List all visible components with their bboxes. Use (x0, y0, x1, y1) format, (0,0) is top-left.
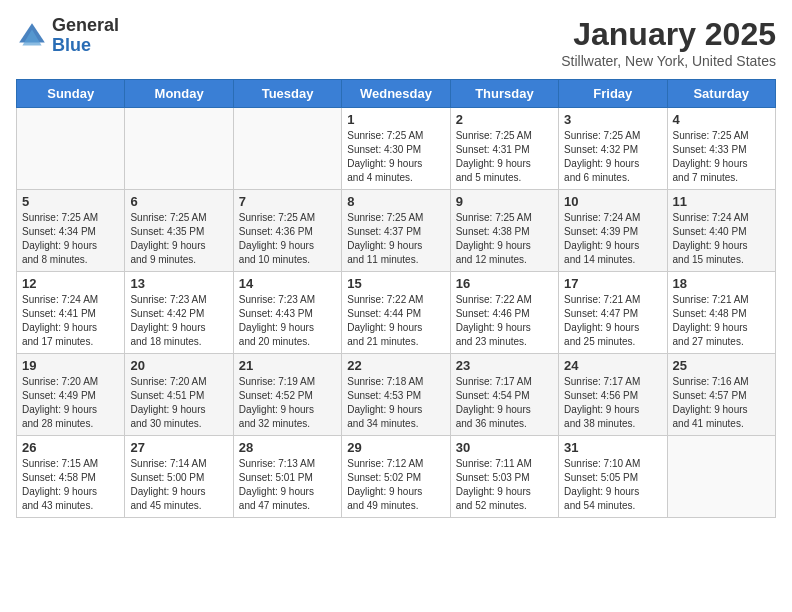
day-number: 7 (239, 194, 336, 209)
day-info: Sunrise: 7:25 AM Sunset: 4:37 PM Dayligh… (347, 211, 444, 267)
header-row: SundayMondayTuesdayWednesdayThursdayFrid… (17, 80, 776, 108)
week-row-5: 26Sunrise: 7:15 AM Sunset: 4:58 PM Dayli… (17, 436, 776, 518)
calendar-cell: 30Sunrise: 7:11 AM Sunset: 5:03 PM Dayli… (450, 436, 558, 518)
day-info: Sunrise: 7:10 AM Sunset: 5:05 PM Dayligh… (564, 457, 661, 513)
calendar-cell: 26Sunrise: 7:15 AM Sunset: 4:58 PM Dayli… (17, 436, 125, 518)
day-number: 5 (22, 194, 119, 209)
calendar-body: 1Sunrise: 7:25 AM Sunset: 4:30 PM Daylig… (17, 108, 776, 518)
calendar-cell: 17Sunrise: 7:21 AM Sunset: 4:47 PM Dayli… (559, 272, 667, 354)
day-info: Sunrise: 7:19 AM Sunset: 4:52 PM Dayligh… (239, 375, 336, 431)
day-info: Sunrise: 7:23 AM Sunset: 4:43 PM Dayligh… (239, 293, 336, 349)
day-number: 12 (22, 276, 119, 291)
day-number: 14 (239, 276, 336, 291)
calendar-cell: 21Sunrise: 7:19 AM Sunset: 4:52 PM Dayli… (233, 354, 341, 436)
header-day-friday: Friday (559, 80, 667, 108)
day-info: Sunrise: 7:20 AM Sunset: 4:51 PM Dayligh… (130, 375, 227, 431)
calendar-cell: 11Sunrise: 7:24 AM Sunset: 4:40 PM Dayli… (667, 190, 775, 272)
calendar-table: SundayMondayTuesdayWednesdayThursdayFrid… (16, 79, 776, 518)
day-number: 17 (564, 276, 661, 291)
day-info: Sunrise: 7:25 AM Sunset: 4:31 PM Dayligh… (456, 129, 553, 185)
day-info: Sunrise: 7:22 AM Sunset: 4:46 PM Dayligh… (456, 293, 553, 349)
day-info: Sunrise: 7:25 AM Sunset: 4:32 PM Dayligh… (564, 129, 661, 185)
calendar-cell: 19Sunrise: 7:20 AM Sunset: 4:49 PM Dayli… (17, 354, 125, 436)
calendar-cell: 1Sunrise: 7:25 AM Sunset: 4:30 PM Daylig… (342, 108, 450, 190)
day-number: 18 (673, 276, 770, 291)
calendar-header: SundayMondayTuesdayWednesdayThursdayFrid… (17, 80, 776, 108)
week-row-4: 19Sunrise: 7:20 AM Sunset: 4:49 PM Dayli… (17, 354, 776, 436)
day-number: 19 (22, 358, 119, 373)
calendar-cell: 6Sunrise: 7:25 AM Sunset: 4:35 PM Daylig… (125, 190, 233, 272)
month-title: January 2025 (561, 16, 776, 53)
day-info: Sunrise: 7:25 AM Sunset: 4:38 PM Dayligh… (456, 211, 553, 267)
calendar-cell: 18Sunrise: 7:21 AM Sunset: 4:48 PM Dayli… (667, 272, 775, 354)
day-number: 22 (347, 358, 444, 373)
day-info: Sunrise: 7:17 AM Sunset: 4:54 PM Dayligh… (456, 375, 553, 431)
day-number: 27 (130, 440, 227, 455)
day-info: Sunrise: 7:25 AM Sunset: 4:33 PM Dayligh… (673, 129, 770, 185)
day-info: Sunrise: 7:15 AM Sunset: 4:58 PM Dayligh… (22, 457, 119, 513)
logo-icon (16, 20, 48, 52)
day-info: Sunrise: 7:18 AM Sunset: 4:53 PM Dayligh… (347, 375, 444, 431)
calendar-cell: 24Sunrise: 7:17 AM Sunset: 4:56 PM Dayli… (559, 354, 667, 436)
day-number: 25 (673, 358, 770, 373)
calendar-cell: 10Sunrise: 7:24 AM Sunset: 4:39 PM Dayli… (559, 190, 667, 272)
day-number: 23 (456, 358, 553, 373)
day-info: Sunrise: 7:13 AM Sunset: 5:01 PM Dayligh… (239, 457, 336, 513)
calendar-cell: 16Sunrise: 7:22 AM Sunset: 4:46 PM Dayli… (450, 272, 558, 354)
day-number: 15 (347, 276, 444, 291)
day-number: 24 (564, 358, 661, 373)
day-info: Sunrise: 7:22 AM Sunset: 4:44 PM Dayligh… (347, 293, 444, 349)
calendar-cell: 28Sunrise: 7:13 AM Sunset: 5:01 PM Dayli… (233, 436, 341, 518)
day-number: 13 (130, 276, 227, 291)
header-day-tuesday: Tuesday (233, 80, 341, 108)
calendar-cell: 5Sunrise: 7:25 AM Sunset: 4:34 PM Daylig… (17, 190, 125, 272)
day-number: 30 (456, 440, 553, 455)
day-number: 11 (673, 194, 770, 209)
calendar-cell: 2Sunrise: 7:25 AM Sunset: 4:31 PM Daylig… (450, 108, 558, 190)
day-number: 31 (564, 440, 661, 455)
header-day-monday: Monday (125, 80, 233, 108)
calendar-cell (233, 108, 341, 190)
day-number: 20 (130, 358, 227, 373)
header-day-wednesday: Wednesday (342, 80, 450, 108)
calendar-cell: 4Sunrise: 7:25 AM Sunset: 4:33 PM Daylig… (667, 108, 775, 190)
day-info: Sunrise: 7:21 AM Sunset: 4:47 PM Dayligh… (564, 293, 661, 349)
day-info: Sunrise: 7:24 AM Sunset: 4:39 PM Dayligh… (564, 211, 661, 267)
calendar-cell: 25Sunrise: 7:16 AM Sunset: 4:57 PM Dayli… (667, 354, 775, 436)
logo-blue: Blue (52, 36, 119, 56)
day-info: Sunrise: 7:11 AM Sunset: 5:03 PM Dayligh… (456, 457, 553, 513)
day-number: 3 (564, 112, 661, 127)
calendar-cell: 29Sunrise: 7:12 AM Sunset: 5:02 PM Dayli… (342, 436, 450, 518)
day-number: 29 (347, 440, 444, 455)
calendar-cell: 7Sunrise: 7:25 AM Sunset: 4:36 PM Daylig… (233, 190, 341, 272)
day-number: 26 (22, 440, 119, 455)
day-number: 16 (456, 276, 553, 291)
calendar-cell: 13Sunrise: 7:23 AM Sunset: 4:42 PM Dayli… (125, 272, 233, 354)
day-info: Sunrise: 7:25 AM Sunset: 4:35 PM Dayligh… (130, 211, 227, 267)
day-info: Sunrise: 7:21 AM Sunset: 4:48 PM Dayligh… (673, 293, 770, 349)
day-number: 21 (239, 358, 336, 373)
week-row-3: 12Sunrise: 7:24 AM Sunset: 4:41 PM Dayli… (17, 272, 776, 354)
day-info: Sunrise: 7:25 AM Sunset: 4:36 PM Dayligh… (239, 211, 336, 267)
logo-general: General (52, 16, 119, 36)
calendar-cell (667, 436, 775, 518)
week-row-1: 1Sunrise: 7:25 AM Sunset: 4:30 PM Daylig… (17, 108, 776, 190)
calendar-cell: 22Sunrise: 7:18 AM Sunset: 4:53 PM Dayli… (342, 354, 450, 436)
day-info: Sunrise: 7:16 AM Sunset: 4:57 PM Dayligh… (673, 375, 770, 431)
day-info: Sunrise: 7:20 AM Sunset: 4:49 PM Dayligh… (22, 375, 119, 431)
day-info: Sunrise: 7:24 AM Sunset: 4:41 PM Dayligh… (22, 293, 119, 349)
day-info: Sunrise: 7:25 AM Sunset: 4:34 PM Dayligh… (22, 211, 119, 267)
day-info: Sunrise: 7:14 AM Sunset: 5:00 PM Dayligh… (130, 457, 227, 513)
calendar-cell: 23Sunrise: 7:17 AM Sunset: 4:54 PM Dayli… (450, 354, 558, 436)
calendar-cell: 12Sunrise: 7:24 AM Sunset: 4:41 PM Dayli… (17, 272, 125, 354)
day-number: 9 (456, 194, 553, 209)
header-day-saturday: Saturday (667, 80, 775, 108)
day-info: Sunrise: 7:25 AM Sunset: 4:30 PM Dayligh… (347, 129, 444, 185)
header-day-thursday: Thursday (450, 80, 558, 108)
calendar-cell (125, 108, 233, 190)
day-number: 2 (456, 112, 553, 127)
calendar-cell: 8Sunrise: 7:25 AM Sunset: 4:37 PM Daylig… (342, 190, 450, 272)
calendar-cell: 15Sunrise: 7:22 AM Sunset: 4:44 PM Dayli… (342, 272, 450, 354)
day-number: 28 (239, 440, 336, 455)
day-info: Sunrise: 7:12 AM Sunset: 5:02 PM Dayligh… (347, 457, 444, 513)
